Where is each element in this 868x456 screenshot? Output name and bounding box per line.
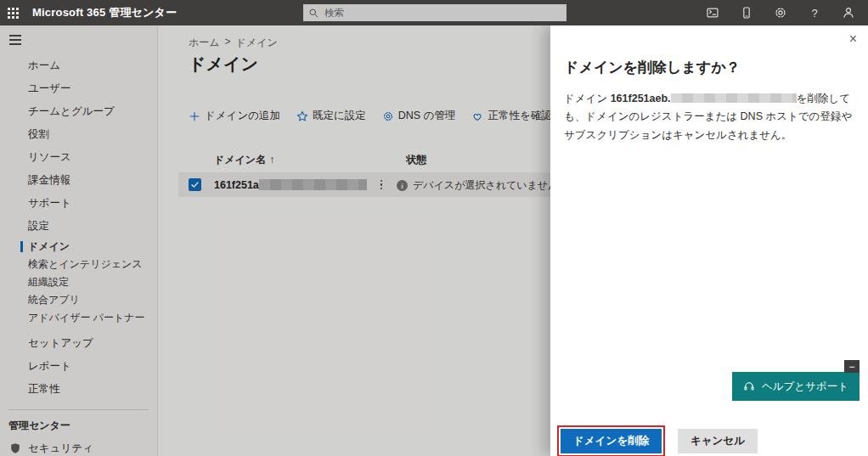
- dialog-domain-name: 161f251aeb.: [611, 93, 671, 104]
- topbar-actions: ?: [702, 0, 860, 25]
- dialog-title: ドメインを削除しますか？: [564, 58, 741, 77]
- help-support-button[interactable]: ヘルプとサポート: [732, 372, 860, 401]
- search-input[interactable]: [324, 8, 545, 18]
- dialog-body-prefix: ドメイン: [564, 93, 611, 104]
- help-icon[interactable]: ?: [803, 2, 826, 24]
- mobile-phone-icon[interactable]: [736, 2, 758, 24]
- account-icon[interactable]: [837, 2, 860, 24]
- terminal-icon[interactable]: [702, 2, 724, 24]
- delete-domain-button[interactable]: ドメインを削除: [561, 429, 662, 453]
- app-title: Microsoft 365 管理センター: [32, 5, 177, 20]
- cancel-button[interactable]: キャンセル: [678, 429, 758, 453]
- app-launcher-icon[interactable]: [0, 0, 25, 25]
- red-annotation-box: ドメインを削除: [557, 425, 665, 456]
- dialog-body: ドメイン 161f251aeb.を削除しても、ドメインのレジストラーまたは DN…: [564, 90, 856, 144]
- search-box[interactable]: [303, 4, 566, 21]
- close-icon[interactable]: ×: [849, 32, 857, 46]
- redacted-domain-blur: [671, 93, 797, 103]
- modal-overlay: [0, 25, 550, 456]
- dialog-footer: ドメインを削除 キャンセル: [557, 425, 758, 456]
- top-bar: Microsoft 365 管理センター ?: [0, 0, 868, 25]
- waffle-grid-icon: [8, 8, 19, 19]
- headset-icon: [743, 380, 755, 392]
- gear-icon[interactable]: [769, 2, 792, 24]
- help-support-label: ヘルプとサポート: [762, 380, 848, 394]
- search-icon: [308, 8, 319, 19]
- help-minimize-button[interactable]: −: [844, 360, 860, 373]
- delete-domain-panel: × ドメインを削除しますか？ ドメイン 161f251aeb.を削除しても、ドメ…: [550, 25, 868, 456]
